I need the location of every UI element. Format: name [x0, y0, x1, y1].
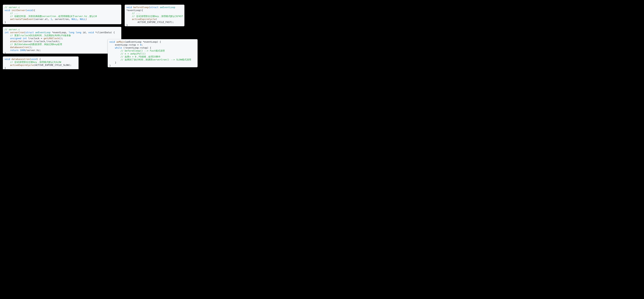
code-token — [9, 31, 10, 34]
code-token-number: 0 — [140, 44, 142, 46]
code-token: (aeEventLoop *eventLoop) { — [125, 41, 161, 43]
code-token-keyword: long — [76, 31, 81, 34]
code-token-keyword: long — [69, 31, 74, 34]
code-token: ACTIVE_EXPIRE_CYCLE_FAST); — [126, 21, 174, 24]
code-token: (); — [59, 37, 63, 40]
code-token-keyword: unsigned — [10, 37, 21, 40]
code-line: void initServer(void){ — [4, 9, 35, 12]
code-line: // 更新lruclock到当前时间，为后期的LRU和LFU做准备 — [4, 34, 71, 37]
code-line: } — [126, 24, 128, 26]
code-token-keyword: void — [27, 9, 32, 12]
code-token: (!eventLoop->stop) { — [122, 46, 151, 49]
code-line: // 创建定时器，关联回调函数serverCron，处理周期取决于server.… — [4, 15, 97, 18]
code-token: , serverCron, — [52, 18, 72, 21]
code-token-comment: // server.c — [4, 28, 20, 31]
code-token — [115, 41, 116, 43]
code-line: void aeMain(aeEventLoop *eventLoop) { — [109, 41, 161, 43]
code-token — [10, 9, 12, 12]
code-token — [18, 49, 20, 52]
code-line: // 如果n > 0，FD就绪，处理IO事件 — [109, 55, 160, 58]
code-token-func: aeMain — [116, 41, 125, 43]
code-token-func: serverCron — [10, 31, 24, 34]
code-token-func: activeExpireCycle — [10, 64, 34, 66]
code-box-databases-cron: void databasesCron(void) { // 尝试清理部分过期ke… — [3, 57, 78, 69]
code-token-type: aeEventLoop — [35, 31, 50, 34]
code-token — [4, 64, 10, 66]
code-token-const: NULL — [72, 18, 77, 21]
code-token: } — [126, 24, 128, 26]
code-token-keyword: void — [126, 6, 132, 9]
code-line: } — [109, 64, 111, 67]
code-line: // 尝试清理部分过期key，清理模式默认为SLOW — [4, 61, 61, 63]
code-token — [132, 6, 133, 9]
code-token — [34, 31, 35, 34]
code-token: ){ — [32, 9, 35, 12]
code-token-keyword: void — [4, 58, 10, 61]
code-line: } — [4, 21, 6, 24]
code-token — [4, 61, 10, 63]
code-token — [10, 58, 12, 61]
code-token — [4, 49, 10, 52]
code-token-type: aeEventLoop — [160, 6, 175, 9]
code-token: ( — [30, 58, 31, 61]
code-line: eventLoop->stop = 0; — [109, 44, 143, 46]
code-token — [4, 15, 10, 18]
code-token: *eventLoop, — [50, 31, 69, 34]
code-line: ACTIVE_EXPIRE_CYCLE_FAST); — [126, 21, 174, 24]
code-line: // server.c — [4, 6, 20, 9]
code-token-keyword: struct — [26, 31, 34, 34]
code-token — [4, 37, 10, 40]
code-token — [21, 37, 23, 40]
code-token: *eventLoop){ — [126, 9, 143, 12]
code-line: unsigned int lruclock = getLRUClock(); — [4, 37, 63, 40]
code-token — [109, 46, 115, 49]
code-token-func: initServer — [12, 9, 25, 12]
code-token: ( — [26, 9, 27, 12]
code-token-func: getLRUClock — [44, 37, 59, 40]
code-token — [74, 31, 76, 34]
code-line: activeExpireCycle( — [126, 18, 157, 21]
code-token: } — [4, 52, 6, 54]
code-token-number: 1000 — [20, 49, 25, 52]
code-token-const: NULL — [80, 18, 86, 21]
code-line: activeExpireCycle(ACTIVE_EXPIRE_CYCLE_SL… — [4, 64, 72, 66]
code-token-comment: // 创建定时器，关联回调函数serverCron，处理周期取决于server.… — [10, 15, 97, 18]
code-line: aeCreateTimeEvent(server.el, 1, serverCr… — [4, 18, 87, 21]
code-token: } — [109, 64, 111, 67]
code-token-func: atomicSet — [10, 40, 23, 43]
code-line: // ... — [126, 12, 140, 15]
code-token-comment: // 如果到了执行时间，则调用serverCron() --> SLOW模式清理 — [120, 58, 191, 61]
code-line: return 1000/server.hz; — [4, 49, 41, 52]
code-line: // ... — [4, 12, 18, 15]
code-line: void databasesCron(void) { — [4, 58, 41, 61]
code-token-keyword: while — [115, 46, 122, 49]
code-box-before-sleep: void beforeSleep(struct aeEventLoop *eve… — [125, 5, 184, 26]
code-token-comment: // n = aeApiPoll() — [120, 52, 146, 55]
code-token: lruclock = — [27, 37, 44, 40]
code-line: } — [4, 67, 6, 69]
code-token-keyword: void — [31, 58, 36, 61]
code-token: ) — [86, 18, 87, 21]
code-token-keyword: void — [88, 31, 94, 34]
code-token: (server.el, — [34, 18, 50, 21]
code-token — [4, 40, 10, 43]
code-token-comment: // ... — [132, 12, 140, 15]
code-line: } — [109, 61, 116, 64]
code-canvas: // server.c void initServer(void){ // ..… — [0, 0, 198, 69]
code-line: *eventLoop){ — [126, 9, 143, 12]
code-token: ( — [156, 18, 157, 21]
code-token-keyword: void — [4, 9, 10, 12]
code-token: } — [109, 61, 116, 64]
code-box-server-cron: // server.c int serverCron(struct aeEven… — [3, 27, 121, 54]
code-token-keyword: int — [23, 37, 27, 40]
code-token: ( — [24, 31, 26, 34]
code-token-func: beforeSleep — [133, 6, 149, 9]
code-token: (ACTIVE_EXPIRE_CYCLE_SLOW); — [34, 64, 72, 66]
code-token — [109, 49, 120, 52]
code-token-comment: // 尝试清理部分过期key，清理模式默认为FAST — [132, 15, 183, 18]
code-token-keyword: struct — [150, 6, 158, 9]
code-token: } — [4, 67, 6, 69]
code-token — [126, 18, 132, 21]
code-token — [109, 52, 120, 55]
code-token-comment: // 尝试清理部分过期key，清理模式默认为SLOW — [10, 61, 61, 63]
